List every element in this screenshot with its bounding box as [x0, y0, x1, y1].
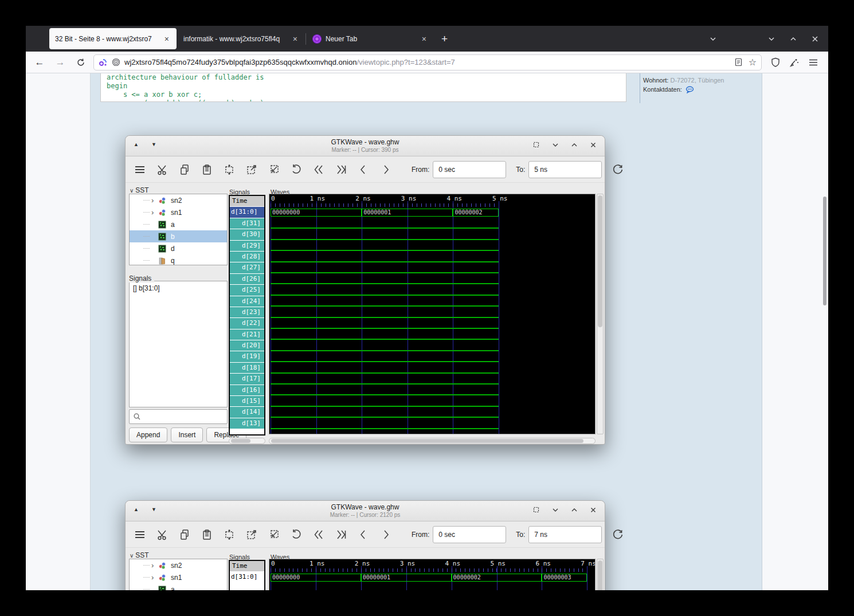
- bit-signal-name[interactable]: d[19]: [230, 351, 264, 362]
- bus-value-segment[interactable]: 00000001: [362, 209, 453, 217]
- sst-tree-header[interactable]: ∨SST: [130, 186, 149, 194]
- undo-icon[interactable]: [290, 528, 303, 542]
- window-maximize-icon[interactable]: [789, 35, 797, 43]
- menu-icon[interactable]: [134, 163, 146, 176]
- cut-icon[interactable]: [156, 528, 169, 542]
- reload-waveform-icon[interactable]: [612, 163, 624, 176]
- menu-icon[interactable]: [134, 528, 146, 542]
- menu-hamburger-icon[interactable]: [809, 58, 818, 66]
- cut-icon[interactable]: [156, 163, 169, 176]
- restore-window-icon[interactable]: [532, 505, 540, 516]
- from-time-field[interactable]: 0 sec: [433, 526, 506, 543]
- undo-icon[interactable]: [290, 163, 303, 176]
- bit-signal-name[interactable]: d[24]: [230, 296, 264, 307]
- zoom-fit-icon[interactable]: [223, 163, 236, 176]
- bit-signal-name[interactable]: d[27]: [230, 262, 264, 273]
- bit-signal-name[interactable]: d[20]: [230, 340, 264, 351]
- signal-names-column[interactable]: Time d[31:0]: [229, 560, 265, 590]
- tab-forum-32bit[interactable]: 32 Bit - Seite 8 - www.wj2xtsro7 ×: [49, 28, 177, 49]
- prev-edge-icon[interactable]: [357, 528, 370, 542]
- bit-signal-name[interactable]: d[17]: [230, 374, 264, 384]
- bit-signal-name[interactable]: d[26]: [230, 274, 264, 284]
- append-button[interactable]: Append: [129, 427, 167, 442]
- reader-view-icon[interactable]: [734, 58, 743, 66]
- bus-value-segment[interactable]: 00000000: [271, 209, 362, 217]
- prev-edge-icon[interactable]: [357, 163, 370, 176]
- waveform-canvas[interactable]: 01 ns2 ns3 ns4 ns5 ns6 ns7 ns00000000000…: [269, 559, 596, 590]
- reload-button[interactable]: [73, 54, 89, 70]
- time-header-cell[interactable]: Time: [230, 561, 264, 571]
- copy-icon[interactable]: [178, 528, 191, 542]
- bit-signal-name[interactable]: d[29]: [230, 241, 264, 251]
- waves-vertical-scrollbar[interactable]: [597, 194, 604, 434]
- new-tab-button[interactable]: +: [434, 33, 455, 45]
- sst-tree-header[interactable]: ∨SST: [130, 551, 149, 559]
- tab-new-tab[interactable]: Neuer Tab ×: [307, 28, 434, 49]
- sst-tree-item-sn1[interactable]: ›sn1: [130, 206, 227, 218]
- maximize-window-icon[interactable]: [571, 505, 578, 516]
- minimize-window-icon[interactable]: [552, 505, 559, 516]
- list-all-tabs-chevron-icon[interactable]: [709, 35, 717, 43]
- to-time-field[interactable]: 7 ns: [528, 526, 602, 543]
- sst-tree-item-b[interactable]: b: [130, 230, 227, 242]
- expander-chevron-icon[interactable]: ›: [151, 561, 158, 570]
- skip-to-start-icon[interactable]: [312, 528, 325, 542]
- zoom-in-icon[interactable]: [245, 528, 258, 542]
- skip-to-end-icon[interactable]: [335, 528, 347, 542]
- reload-waveform-icon[interactable]: [612, 528, 624, 542]
- time-header-cell[interactable]: Time: [230, 196, 264, 206]
- next-edge-icon[interactable]: [379, 528, 392, 542]
- minimize-window-icon[interactable]: [552, 140, 559, 151]
- maximize-window-icon[interactable]: [571, 140, 578, 151]
- bit-signal-name[interactable]: d[16]: [230, 385, 264, 395]
- close-window-icon[interactable]: [590, 505, 597, 516]
- sst-tree-item-sn2[interactable]: ›sn2: [130, 559, 227, 571]
- bit-signal-name[interactable]: d[31]: [230, 218, 264, 229]
- bus-signal-name[interactable]: d[31:0]: [230, 207, 264, 217]
- expander-chevron-icon[interactable]: ›: [151, 196, 158, 205]
- expander-chevron-icon[interactable]: ›: [151, 573, 158, 582]
- copy-icon[interactable]: [178, 163, 191, 176]
- sst-tree-item-d[interactable]: d: [130, 242, 227, 254]
- bus-signal-name[interactable]: d[31:0]: [230, 572, 264, 582]
- bit-signal-name[interactable]: d[28]: [230, 252, 264, 262]
- sst-tree-item-a[interactable]: a: [130, 583, 227, 590]
- sst-tree-item-sn1[interactable]: ›sn1: [130, 571, 227, 583]
- gtkwave2-titlebar[interactable]: ▲▼ GTKWave - wave.ghw Marker: -- | Curso…: [126, 501, 605, 521]
- tab-close-icon[interactable]: ×: [163, 34, 171, 44]
- zoom-in-icon[interactable]: [245, 163, 258, 176]
- next-edge-icon[interactable]: [379, 163, 392, 176]
- found-signals-list[interactable]: [] b[31:0]: [129, 281, 228, 407]
- message-bubble-icon[interactable]: [685, 86, 695, 96]
- window-minimize-icon[interactable]: [767, 35, 775, 43]
- bus-value-segment[interactable]: 00000002: [452, 574, 542, 582]
- bookmark-star-icon[interactable]: ☆: [749, 57, 757, 68]
- paste-icon[interactable]: [201, 163, 213, 176]
- names-horizontal-scrollbar[interactable]: [229, 438, 265, 444]
- to-time-field[interactable]: 5 ns: [528, 161, 602, 178]
- bit-signal-name[interactable]: d[30]: [230, 229, 264, 240]
- new-identity-broom-icon[interactable]: [789, 57, 800, 67]
- signal-names-column[interactable]: Time d[31:0] d[31]d[30]d[29]d[28]d[27]d[…: [229, 195, 265, 435]
- bus-value-segment[interactable]: 00000003: [542, 574, 587, 582]
- shield-icon[interactable]: [771, 57, 780, 67]
- bit-signal-name[interactable]: d[13]: [230, 418, 264, 429]
- page-scrollbar-thumb[interactable]: [823, 197, 826, 305]
- skip-to-start-icon[interactable]: [312, 163, 325, 176]
- zoom-fit-icon[interactable]: [223, 528, 236, 542]
- expander-chevron-icon[interactable]: ›: [151, 208, 158, 217]
- from-time-field[interactable]: 0 sec: [433, 161, 506, 178]
- bit-signal-name[interactable]: d[21]: [230, 329, 264, 340]
- zoom-out-icon[interactable]: [268, 528, 280, 542]
- bit-signal-name[interactable]: d[14]: [230, 407, 264, 417]
- waves-horizontal-scrollbar[interactable]: [269, 438, 596, 444]
- close-window-icon[interactable]: [590, 140, 597, 151]
- bus-value-segment[interactable]: 00000002: [453, 209, 499, 217]
- window-close-icon[interactable]: [811, 35, 819, 43]
- sst-tree-item-sn2[interactable]: ›sn2: [130, 194, 227, 206]
- bus-value-segment[interactable]: 00000001: [361, 574, 452, 582]
- gtkwave1-titlebar[interactable]: ▲▼ GTKWave - wave.ghw Marker: -- | Curso…: [126, 136, 605, 156]
- bus-value-segment[interactable]: 00000000: [271, 574, 361, 582]
- bit-signal-name[interactable]: d[15]: [230, 396, 264, 406]
- bit-signal-name[interactable]: d[25]: [230, 285, 264, 295]
